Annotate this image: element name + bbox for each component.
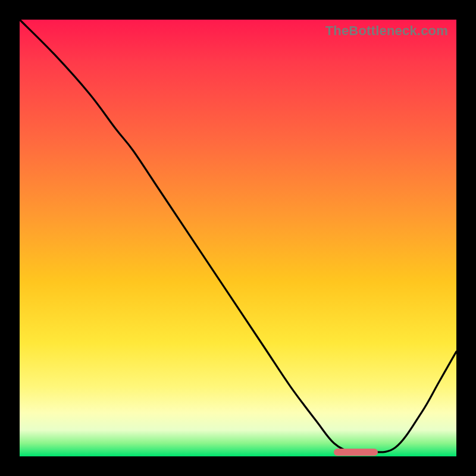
- bottleneck-curve: [20, 20, 456, 456]
- gradient-plot-area: TheBottleneck.com: [20, 20, 456, 456]
- optimal-range-marker: [334, 449, 377, 456]
- bottleneck-curve-path: [20, 20, 456, 453]
- chart-frame: TheBottleneck.com: [0, 0, 476, 476]
